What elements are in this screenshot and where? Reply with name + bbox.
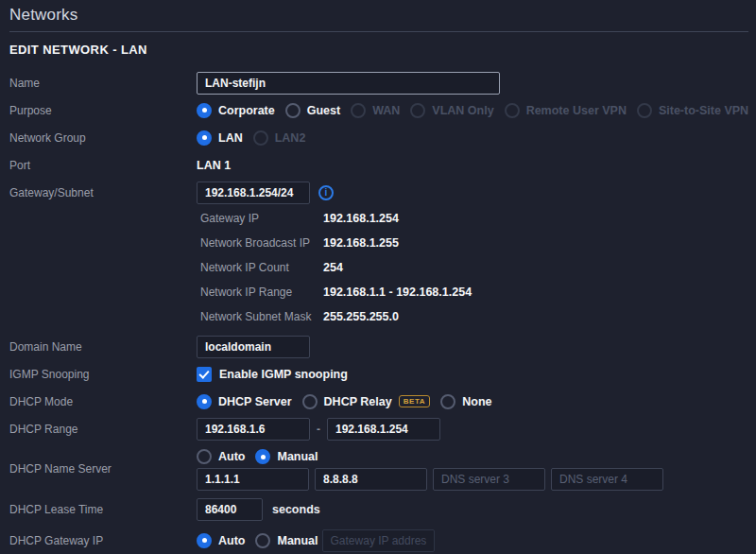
radio-label: Auto bbox=[218, 450, 245, 463]
row-dhcp-mode: DHCP Mode DHCP Server DHCP Relay BETA No… bbox=[9, 388, 748, 415]
radio-icon bbox=[197, 130, 212, 146]
radio-purpose-vlan-only: VLAN Only bbox=[410, 103, 493, 118]
domain-name-input[interactable] bbox=[197, 336, 310, 358]
radio-icon bbox=[197, 394, 212, 409]
radio-network-group-lan[interactable]: LAN bbox=[197, 130, 243, 146]
name-label: Name bbox=[9, 77, 197, 90]
radio-label: Guest bbox=[307, 104, 340, 117]
radio-label: Auto bbox=[218, 534, 245, 547]
edit-network-form: Name Purpose Corporate Guest WAN bbox=[9, 69, 748, 554]
subnet-detail-row: Network Subnet Mask 255.255.255.0 bbox=[200, 304, 748, 329]
igmp-snooping-checkbox[interactable] bbox=[197, 367, 212, 382]
dns-server-1-input[interactable] bbox=[197, 468, 309, 491]
dhcp-mode-label: DHCP Mode bbox=[9, 395, 197, 408]
subnet-detail-row: Network IP Range 192.168.1.1 - 192.168.1… bbox=[200, 280, 748, 304]
network-ip-count-label: Network IP Count bbox=[200, 261, 323, 274]
network-subnet-mask-label: Network Subnet Mask bbox=[200, 310, 323, 323]
radio-label: Site-to-Site VPN bbox=[659, 104, 748, 117]
beta-badge: BETA bbox=[399, 395, 431, 407]
network-ip-range-label: Network IP Range bbox=[200, 286, 323, 299]
radio-dhcp-none[interactable]: None bbox=[440, 394, 491, 409]
subnet-detail-row: Gateway IP 192.168.1.254 bbox=[200, 206, 748, 231]
dhcp-range-end-input[interactable] bbox=[327, 418, 440, 441]
radio-dns-manual[interactable]: Manual bbox=[255, 449, 318, 464]
radio-dhcp-gateway-manual[interactable]: Manual bbox=[255, 533, 318, 548]
dhcp-range-label: DHCP Range bbox=[9, 423, 197, 436]
section-title: EDIT NETWORK - LAN bbox=[9, 43, 748, 58]
gateway-subnet-input[interactable] bbox=[197, 182, 310, 204]
domain-name-label: Domain Name bbox=[9, 340, 197, 354]
row-dhcp-lease-time: DHCP Lease Time seconds bbox=[9, 495, 748, 523]
gateway-subnet-label: Gateway/Subnet bbox=[9, 186, 197, 199]
row-network-group: Network Group LAN LAN2 bbox=[9, 124, 748, 151]
network-ip-range-value: 192.168.1.1 - 192.168.1.254 bbox=[323, 286, 472, 299]
info-icon[interactable]: i bbox=[318, 185, 334, 200]
dhcp-range-start-input[interactable] bbox=[197, 418, 310, 441]
radio-dhcp-gateway-auto[interactable]: Auto bbox=[197, 533, 245, 548]
page-title: Networks bbox=[9, 6, 748, 25]
network-ip-count-value: 254 bbox=[323, 261, 343, 274]
dhcp-gateway-ip-input bbox=[322, 529, 435, 552]
radio-purpose-remote-user-vpn: Remote User VPN bbox=[505, 103, 627, 118]
radio-icon bbox=[197, 533, 212, 548]
row-igmp-snooping: IGMP Snooping Enable IGMP snooping bbox=[9, 360, 748, 388]
radio-dhcp-server[interactable]: DHCP Server bbox=[197, 394, 292, 409]
radio-label: DHCP Relay bbox=[324, 395, 392, 408]
radio-purpose-corporate[interactable]: Corporate bbox=[197, 103, 275, 118]
radio-label: Corporate bbox=[218, 104, 275, 117]
port-label: Port bbox=[9, 159, 197, 172]
radio-icon bbox=[410, 103, 425, 118]
network-broadcast-ip-value: 192.168.1.255 bbox=[323, 236, 399, 250]
radio-label: LAN bbox=[218, 131, 243, 145]
row-dhcp-gateway-ip: DHCP Gateway IP Auto Manual bbox=[9, 527, 748, 554]
network-broadcast-ip-label: Network Broadcast IP bbox=[200, 236, 323, 250]
radio-icon bbox=[255, 449, 270, 464]
radio-icon bbox=[637, 103, 652, 118]
gateway-ip-value: 192.168.1.254 bbox=[323, 212, 399, 225]
radio-label: DHCP Server bbox=[218, 395, 292, 408]
dhcp-name-server-label: DHCP Name Server bbox=[9, 462, 197, 476]
port-value: LAN 1 bbox=[197, 159, 231, 172]
lease-time-suffix: seconds bbox=[272, 503, 320, 516]
radio-label: None bbox=[462, 395, 491, 408]
header-divider bbox=[9, 31, 748, 32]
radio-icon bbox=[197, 103, 212, 118]
dns-server-4-input[interactable] bbox=[551, 468, 663, 491]
radio-label: WAN bbox=[372, 104, 400, 117]
radio-icon bbox=[440, 394, 455, 409]
dhcp-lease-time-label: DHCP Lease Time bbox=[9, 503, 197, 516]
row-purpose: Purpose Corporate Guest WAN VLAN Only bbox=[9, 96, 748, 124]
row-port: Port LAN 1 bbox=[9, 151, 748, 179]
radio-purpose-site-to-site-vpn: Site-to-Site VPN bbox=[637, 103, 748, 118]
subnet-detail-row: Network Broadcast IP 192.168.1.255 bbox=[200, 231, 748, 255]
igmp-snooping-checkbox-label: Enable IGMP snooping bbox=[219, 368, 348, 381]
radio-dhcp-relay[interactable]: DHCP Relay BETA bbox=[302, 394, 431, 409]
row-name: Name bbox=[9, 69, 748, 96]
radio-network-group-lan2: LAN2 bbox=[253, 130, 306, 146]
radio-icon bbox=[505, 103, 520, 118]
radio-label: VLAN Only bbox=[432, 104, 493, 117]
radio-icon bbox=[302, 394, 318, 409]
radio-label: Remote User VPN bbox=[526, 104, 627, 117]
dns-server-2-input[interactable] bbox=[315, 468, 427, 491]
subnet-detail-row: Network IP Count 254 bbox=[200, 255, 748, 280]
subnet-details: Gateway IP 192.168.1.254 Network Broadca… bbox=[9, 206, 748, 329]
radio-label: Manual bbox=[277, 450, 318, 463]
row-gateway-subnet: Gateway/Subnet i bbox=[9, 179, 748, 206]
radio-dns-auto[interactable]: Auto bbox=[197, 449, 245, 464]
radio-icon bbox=[285, 103, 301, 118]
radio-purpose-guest[interactable]: Guest bbox=[285, 103, 340, 118]
purpose-label: Purpose bbox=[9, 104, 197, 117]
dhcp-gateway-ip-label: DHCP Gateway IP bbox=[9, 534, 197, 547]
dns-server-3-input[interactable] bbox=[433, 468, 545, 491]
dhcp-lease-time-input[interactable] bbox=[197, 498, 263, 521]
row-dhcp-name-server: DHCP Name Server Auto Manual bbox=[9, 446, 748, 492]
name-input[interactable] bbox=[197, 72, 500, 95]
networks-page: Networks EDIT NETWORK - LAN Name Purpose… bbox=[0, 0, 756, 554]
gateway-ip-label: Gateway IP bbox=[200, 212, 323, 225]
radio-label: Manual bbox=[277, 534, 318, 547]
network-subnet-mask-value: 255.255.255.0 bbox=[323, 310, 399, 323]
radio-icon bbox=[253, 130, 268, 146]
radio-purpose-wan: WAN bbox=[351, 103, 400, 118]
row-dhcp-range: DHCP Range - bbox=[9, 415, 748, 442]
